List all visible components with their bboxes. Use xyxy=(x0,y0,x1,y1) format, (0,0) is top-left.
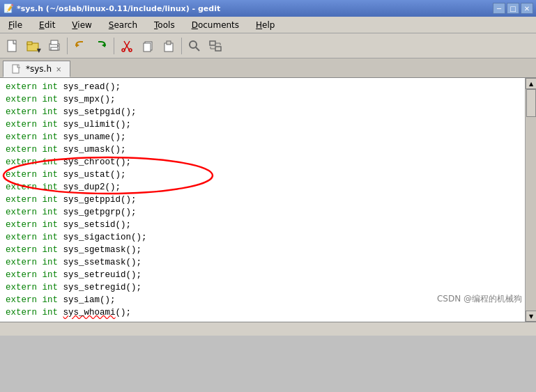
svg-marker-8 xyxy=(102,43,105,47)
file-tab-icon xyxy=(12,64,22,74)
replace-button[interactable] xyxy=(206,36,225,56)
svg-point-12 xyxy=(129,49,132,52)
scroll-up-button[interactable]: ▲ xyxy=(526,78,536,89)
list-item: extern int sys_setregid(); xyxy=(6,281,519,294)
scrollbar-thumb[interactable] xyxy=(526,89,536,117)
redo-icon xyxy=(94,39,108,53)
svg-rect-16 xyxy=(167,41,171,45)
code-line-circled-2: extern int sys_whoami(); xyxy=(6,306,519,319)
paste-icon xyxy=(162,39,176,53)
window-title: *sys.h (~/oslab/linux-0.11/include/linux… xyxy=(17,4,220,13)
dropdown-arrow-icon: ▼ xyxy=(37,47,41,54)
svg-rect-2 xyxy=(27,42,32,45)
tab-close-button[interactable]: × xyxy=(56,65,61,73)
redo-button[interactable] xyxy=(91,36,111,56)
svg-rect-14 xyxy=(144,43,151,52)
list-item: extern int sys_sgetmask(); xyxy=(6,244,519,256)
minimize-button[interactable]: ─ xyxy=(493,3,505,14)
svg-rect-20 xyxy=(215,47,221,51)
list-item: extern int sys_setpgid(); xyxy=(6,106,519,118)
tab-filename: *sys.h xyxy=(26,64,52,74)
cut-icon xyxy=(120,39,134,53)
menu-view[interactable]: View xyxy=(66,19,97,31)
scrollbar-track[interactable] xyxy=(526,89,536,311)
list-item: extern int sys_umask(); xyxy=(6,143,519,156)
svg-point-11 xyxy=(122,49,125,52)
menu-help[interactable]: Help xyxy=(250,19,280,31)
menu-file[interactable]: File xyxy=(3,19,28,31)
status-bar xyxy=(0,322,536,336)
separator-2 xyxy=(114,38,114,54)
svg-rect-0 xyxy=(8,40,16,52)
list-item: extern int sys_chroot(); xyxy=(6,156,519,168)
editor-content[interactable]: extern int sys_read(); extern int sys_mp… xyxy=(0,78,525,322)
window-controls[interactable]: ─ □ ✕ xyxy=(493,3,533,14)
menu-documents[interactable]: Documents xyxy=(186,19,245,31)
open-button[interactable]: ▼ xyxy=(24,36,43,56)
list-item: extern int sys_sigaction(); xyxy=(6,231,519,244)
svg-rect-5 xyxy=(51,47,58,50)
svg-marker-7 xyxy=(76,43,79,47)
undo-button[interactable] xyxy=(70,36,90,56)
maximize-button[interactable]: □ xyxy=(507,3,519,14)
list-item: extern int sys_ulimit(); xyxy=(6,118,519,131)
menu-search[interactable]: Search xyxy=(103,19,143,31)
toolbar: ▼ xyxy=(0,33,536,58)
print-icon xyxy=(47,39,61,53)
close-button[interactable]: ✕ xyxy=(521,3,533,14)
code-line-first: extern int sys_read(); xyxy=(6,81,519,93)
list-item: extern int sys_uname(); xyxy=(6,131,519,143)
editor-container: extern int sys_read(); extern int sys_mp… xyxy=(0,78,536,322)
list-item: extern int sys_dup2(); xyxy=(6,181,519,194)
copy-icon xyxy=(141,39,155,53)
code-line-circled-1: extern int sys_iam(); xyxy=(6,294,519,306)
title-bar: 📝 *sys.h (~/oslab/linux-0.11/include/lin… xyxy=(0,0,536,17)
new-button[interactable] xyxy=(3,36,22,56)
paste-button[interactable] xyxy=(159,36,178,56)
editor-wrapper: extern int sys_read(); extern int sys_mp… xyxy=(0,78,536,322)
scroll-down-button[interactable]: ▼ xyxy=(526,311,536,322)
list-item: extern int sys_setsid(); xyxy=(6,219,519,231)
svg-rect-4 xyxy=(51,40,58,45)
undo-icon xyxy=(73,39,87,53)
menu-edit[interactable]: Edit xyxy=(33,19,61,31)
list-item: extern int sys_getpgrp(); xyxy=(6,206,519,219)
print-button[interactable] xyxy=(45,36,64,56)
separator-3 xyxy=(181,38,182,54)
svg-rect-19 xyxy=(210,41,215,45)
menu-bar: File Edit View Search Tools Documents He… xyxy=(0,17,536,33)
find-button[interactable] xyxy=(185,36,204,56)
menu-tools[interactable]: Tools xyxy=(148,19,181,31)
find-icon xyxy=(187,39,201,53)
new-document-icon xyxy=(6,39,20,53)
app-icon: 📝 xyxy=(3,3,14,14)
copy-button[interactable] xyxy=(138,36,158,56)
list-item: extern int sys_setreuid(); xyxy=(6,269,519,281)
separator-1 xyxy=(67,38,68,54)
title-bar-left: 📝 *sys.h (~/oslab/linux-0.11/include/lin… xyxy=(3,3,220,14)
list-item: extern int sys_ustat(); xyxy=(6,168,519,181)
tab-bar: *sys.h × xyxy=(0,58,536,78)
svg-point-17 xyxy=(190,41,197,48)
tab-sysfile[interactable]: *sys.h × xyxy=(3,61,70,77)
scrollbar-vertical[interactable]: ▲ ▼ xyxy=(525,78,536,322)
list-item: extern int sys_getppid(); xyxy=(6,194,519,206)
svg-point-6 xyxy=(57,45,59,47)
cut-button[interactable] xyxy=(117,36,137,56)
svg-line-18 xyxy=(196,47,199,51)
list-item: extern int sys_ssetmask(); xyxy=(6,256,519,269)
list-item: extern int sys_mpx(); xyxy=(6,93,519,106)
replace-icon xyxy=(208,39,222,53)
